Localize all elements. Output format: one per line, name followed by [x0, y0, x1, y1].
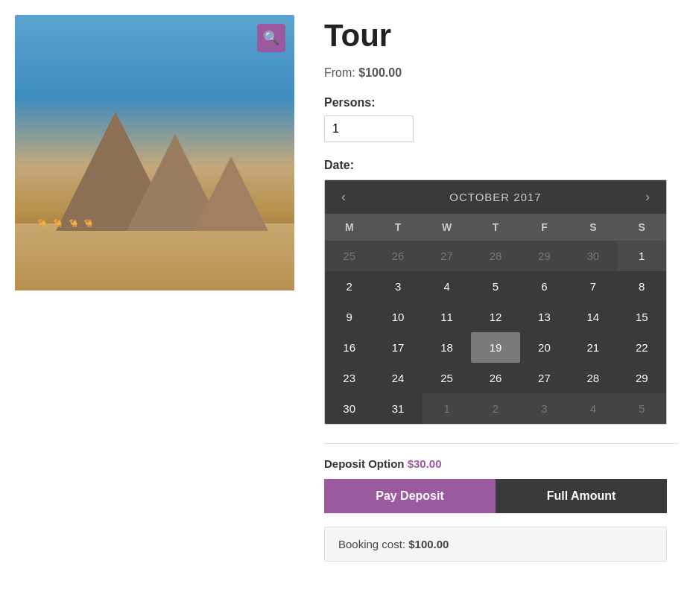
cal-day[interactable]: 14 [569, 302, 617, 332]
cal-day[interactable]: 29 [618, 363, 666, 393]
calendar-month-year: OCTOBER 2017 [449, 191, 541, 203]
booking-cost-box: Booking cost: $100.00 [324, 527, 667, 562]
camels-decoration: 🐪 🐪 🐪 🐫 [37, 219, 95, 227]
cal-day[interactable]: 18 [423, 332, 471, 363]
cal-day[interactable]: 2 [325, 271, 373, 302]
cal-day[interactable]: 13 [520, 302, 569, 332]
cal-day[interactable]: 5 [471, 271, 519, 302]
weekday-sat: S [569, 214, 617, 241]
persons-input[interactable] [324, 115, 414, 142]
weekday-tue: T [373, 214, 422, 241]
cal-day[interactable]: 11 [423, 302, 471, 332]
cal-day[interactable]: 28 [569, 363, 617, 393]
cal-day[interactable]: 2 [471, 393, 519, 424]
calendar-header: ‹ OCTOBER 2017 › [325, 180, 666, 214]
cal-day[interactable]: 20 [520, 332, 569, 363]
cal-day[interactable]: 31 [373, 393, 422, 424]
left-panel: 🐪 🐪 🐪 🐫 🔍 [15, 15, 294, 562]
weekday-thu: T [471, 214, 519, 241]
deposit-option-label: Deposit Option $30.00 [324, 457, 678, 470]
calendar-weekdays: M T W T F S S [325, 214, 666, 241]
pyramid-small [194, 156, 268, 231]
cal-day[interactable]: 1 [423, 393, 471, 424]
price-from: From: $100.00 [324, 66, 678, 80]
calendar: ‹ OCTOBER 2017 › M T W T F S S 25 26 27 … [324, 180, 667, 425]
page-layout: 🐪 🐪 🐪 🐫 🔍 Tour From: $100.00 Persons: Da… [15, 15, 678, 562]
cal-day[interactable]: 9 [325, 302, 373, 332]
cal-day-selected[interactable]: 19 [471, 332, 519, 363]
calendar-prev-button[interactable]: ‹ [337, 189, 350, 205]
payment-buttons: Pay Deposit Full Amount [324, 479, 667, 513]
cal-day[interactable]: 23 [325, 363, 373, 393]
cal-day[interactable]: 12 [471, 302, 519, 332]
zoom-icon: 🔍 [263, 30, 279, 46]
cal-day[interactable]: 28 [471, 241, 519, 271]
cal-day[interactable]: 30 [325, 393, 373, 424]
weekday-fri: F [520, 214, 569, 241]
tour-image: 🐪 🐪 🐪 🐫 🔍 [15, 15, 294, 290]
weekday-mon: M [325, 214, 373, 241]
cal-day[interactable]: 24 [373, 363, 422, 393]
cal-day[interactable]: 1 [618, 241, 666, 271]
booking-cost-value: $100.00 [408, 538, 449, 550]
date-label: Date: [324, 159, 678, 172]
booking-cost-label: Booking cost: [338, 538, 405, 550]
cal-day[interactable]: 25 [325, 241, 373, 271]
cal-day[interactable]: 22 [618, 332, 666, 363]
calendar-next-button[interactable]: › [641, 189, 654, 205]
calendar-days: 25 26 27 28 29 30 1 2 3 4 5 6 7 8 9 10 1… [325, 241, 666, 424]
cal-day[interactable]: 8 [618, 271, 666, 302]
right-panel: Tour From: $100.00 Persons: Date: ‹ OCTO… [324, 15, 678, 562]
page-title: Tour [324, 19, 678, 53]
cal-day[interactable]: 27 [423, 241, 471, 271]
cal-day[interactable]: 15 [618, 302, 666, 332]
cal-day[interactable]: 30 [569, 241, 617, 271]
cal-day[interactable]: 21 [569, 332, 617, 363]
full-amount-button[interactable]: Full Amount [496, 479, 667, 513]
cal-day[interactable]: 4 [569, 393, 617, 424]
cal-day[interactable]: 16 [325, 332, 373, 363]
cal-day[interactable]: 17 [373, 332, 422, 363]
cal-day[interactable]: 10 [373, 302, 422, 332]
cal-day[interactable]: 27 [520, 363, 569, 393]
cal-day[interactable]: 6 [520, 271, 569, 302]
cal-day[interactable]: 26 [373, 241, 422, 271]
cal-day[interactable]: 3 [520, 393, 569, 424]
cal-day[interactable]: 3 [373, 271, 422, 302]
persons-label: Persons: [324, 96, 678, 109]
cal-day[interactable]: 26 [471, 363, 519, 393]
cal-day[interactable]: 5 [618, 393, 666, 424]
price-from-label: From: [324, 66, 355, 79]
weekday-wed: W [423, 214, 471, 241]
pay-deposit-button[interactable]: Pay Deposit [324, 479, 496, 513]
price-from-value: $100.00 [358, 66, 402, 79]
deposit-divider [324, 443, 678, 444]
cal-day[interactable]: 29 [520, 241, 569, 271]
zoom-button[interactable]: 🔍 [257, 24, 285, 52]
desert-floor [15, 223, 294, 290]
deposit-label-text: Deposit Option [324, 457, 405, 470]
cal-day[interactable]: 4 [423, 271, 471, 302]
cal-day[interactable]: 25 [423, 363, 471, 393]
deposit-amount: $30.00 [408, 457, 442, 470]
weekday-sun: S [618, 214, 666, 241]
cal-day[interactable]: 7 [569, 271, 617, 302]
